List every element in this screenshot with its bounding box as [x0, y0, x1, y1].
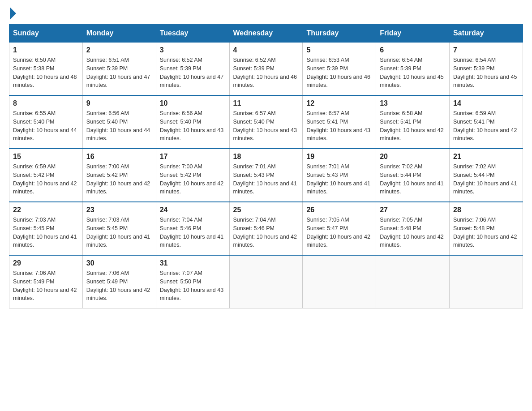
day-info: Sunrise: 6:52 AM Sunset: 5:39 PM Dayligh… [160, 56, 226, 90]
calendar-day-cell: 11 Sunrise: 6:57 AM Sunset: 5:40 PM Dayl… [229, 95, 303, 149]
day-info: Sunrise: 6:57 AM Sunset: 5:40 PM Dayligh… [233, 109, 299, 143]
day-info: Sunrise: 7:00 AM Sunset: 5:42 PM Dayligh… [160, 163, 226, 196]
calendar-day-cell: 24 Sunrise: 7:04 AM Sunset: 5:46 PM Dayl… [156, 202, 229, 255]
day-info: Sunrise: 7:02 AM Sunset: 5:44 PM Dayligh… [380, 163, 446, 196]
calendar-day-cell: 21 Sunrise: 7:02 AM Sunset: 5:44 PM Dayl… [450, 149, 523, 202]
day-number: 31 [160, 259, 226, 267]
day-info: Sunrise: 7:06 AM Sunset: 5:49 PM Dayligh… [86, 269, 152, 303]
day-number: 19 [306, 153, 372, 161]
calendar-day-cell [450, 255, 523, 308]
calendar-day-cell: 10 Sunrise: 6:56 AM Sunset: 5:40 PM Dayl… [156, 95, 229, 149]
day-info: Sunrise: 7:05 AM Sunset: 5:47 PM Dayligh… [306, 216, 372, 249]
calendar-week-row: 29 Sunrise: 7:06 AM Sunset: 5:49 PM Dayl… [9, 255, 523, 308]
day-info: Sunrise: 7:02 AM Sunset: 5:44 PM Dayligh… [453, 163, 519, 196]
page-header [9, 9, 523, 20]
day-number: 2 [86, 46, 152, 54]
day-of-week-header: Thursday [303, 25, 376, 43]
day-info: Sunrise: 7:01 AM Sunset: 5:43 PM Dayligh… [306, 163, 372, 196]
day-number: 25 [233, 206, 299, 214]
day-info: Sunrise: 6:58 AM Sunset: 5:41 PM Dayligh… [380, 109, 446, 143]
calendar-day-cell: 27 Sunrise: 7:05 AM Sunset: 5:48 PM Dayl… [376, 202, 450, 255]
calendar-day-cell: 17 Sunrise: 7:00 AM Sunset: 5:42 PM Dayl… [156, 149, 229, 202]
day-number: 22 [13, 206, 79, 214]
day-info: Sunrise: 7:01 AM Sunset: 5:43 PM Dayligh… [233, 163, 299, 196]
calendar-week-row: 22 Sunrise: 7:03 AM Sunset: 5:45 PM Dayl… [9, 202, 523, 255]
day-of-week-header: Friday [376, 25, 450, 43]
day-of-week-header: Wednesday [229, 25, 303, 43]
calendar-body: 1 Sunrise: 6:50 AM Sunset: 5:38 PM Dayli… [9, 42, 523, 308]
day-number: 24 [160, 206, 226, 214]
calendar-day-cell [303, 255, 376, 308]
calendar-day-cell: 2 Sunrise: 6:51 AM Sunset: 5:39 PM Dayli… [82, 42, 156, 95]
day-of-week-header: Tuesday [156, 25, 229, 43]
calendar-day-cell: 15 Sunrise: 6:59 AM Sunset: 5:42 PM Dayl… [9, 149, 83, 202]
calendar-day-cell: 4 Sunrise: 6:52 AM Sunset: 5:39 PM Dayli… [229, 42, 303, 95]
day-number: 10 [160, 99, 226, 107]
day-number: 16 [86, 153, 152, 161]
day-info: Sunrise: 6:55 AM Sunset: 5:40 PM Dayligh… [13, 109, 79, 143]
day-info: Sunrise: 6:57 AM Sunset: 5:41 PM Dayligh… [306, 109, 372, 143]
day-info: Sunrise: 6:54 AM Sunset: 5:39 PM Dayligh… [380, 56, 446, 90]
calendar-day-cell: 8 Sunrise: 6:55 AM Sunset: 5:40 PM Dayli… [9, 95, 83, 149]
day-of-week-header: Sunday [9, 25, 83, 43]
day-info: Sunrise: 6:53 AM Sunset: 5:39 PM Dayligh… [306, 56, 372, 90]
day-number: 29 [13, 259, 79, 267]
calendar-day-cell: 6 Sunrise: 6:54 AM Sunset: 5:39 PM Dayli… [376, 42, 450, 95]
day-number: 7 [453, 46, 519, 54]
calendar-day-cell: 25 Sunrise: 7:04 AM Sunset: 5:46 PM Dayl… [229, 202, 303, 255]
logo-arrow-icon [10, 7, 16, 20]
calendar-day-cell: 20 Sunrise: 7:02 AM Sunset: 5:44 PM Dayl… [376, 149, 450, 202]
day-info: Sunrise: 6:50 AM Sunset: 5:38 PM Dayligh… [13, 56, 79, 90]
days-of-week-row: SundayMondayTuesdayWednesdayThursdayFrid… [9, 25, 523, 43]
day-number: 3 [160, 46, 226, 54]
calendar-day-cell: 28 Sunrise: 7:06 AM Sunset: 5:48 PM Dayl… [450, 202, 523, 255]
day-number: 18 [233, 153, 299, 161]
day-number: 11 [233, 99, 299, 107]
calendar-day-cell: 26 Sunrise: 7:05 AM Sunset: 5:47 PM Dayl… [303, 202, 376, 255]
calendar-header: SundayMondayTuesdayWednesdayThursdayFrid… [9, 25, 523, 43]
day-info: Sunrise: 7:04 AM Sunset: 5:46 PM Dayligh… [160, 216, 226, 249]
day-number: 17 [160, 153, 226, 161]
calendar-day-cell: 16 Sunrise: 7:00 AM Sunset: 5:42 PM Dayl… [82, 149, 156, 202]
calendar-day-cell: 18 Sunrise: 7:01 AM Sunset: 5:43 PM Dayl… [229, 149, 303, 202]
day-number: 8 [13, 99, 79, 107]
day-info: Sunrise: 7:03 AM Sunset: 5:45 PM Dayligh… [13, 216, 79, 249]
day-info: Sunrise: 7:06 AM Sunset: 5:49 PM Dayligh… [13, 269, 79, 303]
day-number: 15 [13, 153, 79, 161]
day-number: 28 [453, 206, 519, 214]
calendar-day-cell: 1 Sunrise: 6:50 AM Sunset: 5:38 PM Dayli… [9, 42, 83, 95]
day-info: Sunrise: 7:03 AM Sunset: 5:45 PM Dayligh… [86, 216, 152, 249]
calendar-day-cell: 22 Sunrise: 7:03 AM Sunset: 5:45 PM Dayl… [9, 202, 83, 255]
calendar-day-cell: 9 Sunrise: 6:56 AM Sunset: 5:40 PM Dayli… [82, 95, 156, 149]
calendar-day-cell: 30 Sunrise: 7:06 AM Sunset: 5:49 PM Dayl… [82, 255, 156, 308]
calendar-day-cell: 5 Sunrise: 6:53 AM Sunset: 5:39 PM Dayli… [303, 42, 376, 95]
day-number: 13 [380, 99, 446, 107]
calendar-day-cell: 19 Sunrise: 7:01 AM Sunset: 5:43 PM Dayl… [303, 149, 376, 202]
day-number: 26 [306, 206, 372, 214]
day-number: 1 [13, 46, 79, 54]
day-number: 20 [380, 153, 446, 161]
day-info: Sunrise: 7:07 AM Sunset: 5:50 PM Dayligh… [160, 269, 226, 303]
calendar-day-cell: 3 Sunrise: 6:52 AM Sunset: 5:39 PM Dayli… [156, 42, 229, 95]
day-number: 12 [306, 99, 372, 107]
calendar-day-cell: 12 Sunrise: 6:57 AM Sunset: 5:41 PM Dayl… [303, 95, 376, 149]
calendar-day-cell [376, 255, 450, 308]
logo [9, 9, 16, 20]
day-info: Sunrise: 6:56 AM Sunset: 5:40 PM Dayligh… [86, 109, 152, 143]
day-info: Sunrise: 6:51 AM Sunset: 5:39 PM Dayligh… [86, 56, 152, 90]
calendar-day-cell: 7 Sunrise: 6:54 AM Sunset: 5:39 PM Dayli… [450, 42, 523, 95]
day-number: 21 [453, 153, 519, 161]
day-number: 14 [453, 99, 519, 107]
calendar-day-cell: 14 Sunrise: 6:59 AM Sunset: 5:41 PM Dayl… [450, 95, 523, 149]
calendar-week-row: 15 Sunrise: 6:59 AM Sunset: 5:42 PM Dayl… [9, 149, 523, 202]
calendar-day-cell: 31 Sunrise: 7:07 AM Sunset: 5:50 PM Dayl… [156, 255, 229, 308]
calendar-day-cell: 23 Sunrise: 7:03 AM Sunset: 5:45 PM Dayl… [82, 202, 156, 255]
day-info: Sunrise: 6:52 AM Sunset: 5:39 PM Dayligh… [233, 56, 299, 90]
day-info: Sunrise: 7:06 AM Sunset: 5:48 PM Dayligh… [453, 216, 519, 249]
calendar-week-row: 1 Sunrise: 6:50 AM Sunset: 5:38 PM Dayli… [9, 42, 523, 95]
day-number: 30 [86, 259, 152, 267]
day-info: Sunrise: 6:56 AM Sunset: 5:40 PM Dayligh… [160, 109, 226, 143]
day-number: 27 [380, 206, 446, 214]
day-number: 9 [86, 99, 152, 107]
calendar-day-cell: 13 Sunrise: 6:58 AM Sunset: 5:41 PM Dayl… [376, 95, 450, 149]
